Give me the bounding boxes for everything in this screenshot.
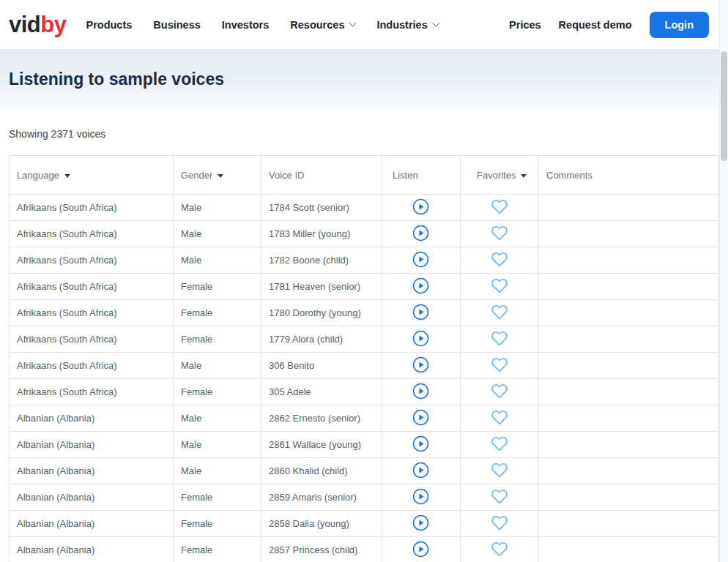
table-row: Afrikaans (South Africa)Female1781 Heave… <box>10 274 718 300</box>
play-circle-icon <box>412 514 429 533</box>
table-row: Albanian (Albania)Female2858 Dalia (youn… <box>10 511 718 537</box>
voice-id-cell: 1779 Alora (child) <box>261 326 382 353</box>
scrollbar-thumb[interactable] <box>721 51 727 161</box>
comment-cell <box>539 300 718 326</box>
play-button[interactable] <box>412 514 429 533</box>
nav-right: Prices Request demo Login <box>509 12 709 38</box>
comment-cell <box>539 353 718 379</box>
gender-cell: Male <box>174 221 261 247</box>
voices-table: Language Gender Voice ID Listen Favorite… <box>9 155 718 562</box>
listen-cell <box>382 326 461 353</box>
col-header-label: Gender <box>181 170 212 181</box>
language-cell: Albanian (Albania) <box>10 405 174 432</box>
favorite-heart-button[interactable] <box>490 356 509 375</box>
favorite-heart-button[interactable] <box>490 462 509 481</box>
favorite-heart-button[interactable] <box>490 304 509 323</box>
favorite-heart-button[interactable] <box>490 409 509 428</box>
col-header-language[interactable]: Language <box>10 156 174 195</box>
table-row: Albanian (Albania)Female2859 Amaris (sen… <box>10 484 718 511</box>
heart-outline-icon <box>490 304 509 323</box>
play-button[interactable] <box>412 356 429 375</box>
play-button[interactable] <box>412 225 429 244</box>
nav-item-resources[interactable]: Resources <box>290 19 355 31</box>
favorite-heart-button[interactable] <box>490 488 509 507</box>
sort-desc-arrow-icon <box>521 174 527 178</box>
play-button[interactable] <box>412 383 429 402</box>
table-row: Afrikaans (South Africa)Female1779 Alora… <box>10 326 718 353</box>
main-nav: Products Business Investors Resources In… <box>86 19 438 31</box>
comment-cell <box>539 458 718 484</box>
nav-item-industries[interactable]: Industries <box>376 19 438 31</box>
favorites-cell <box>461 458 539 484</box>
nav-item-products[interactable]: Products <box>86 19 132 31</box>
play-circle-icon <box>412 277 429 296</box>
voice-id-cell: 2858 Dalia (young) <box>261 511 382 537</box>
nav-item-business[interactable]: Business <box>153 19 200 31</box>
heart-outline-icon <box>490 251 509 270</box>
gender-cell: Male <box>174 353 261 379</box>
listen-cell <box>382 300 461 326</box>
gender-cell: Male <box>174 432 261 458</box>
favorites-cell <box>461 511 539 537</box>
language-cell: Albanian (Albania) <box>10 537 174 562</box>
table-row: Afrikaans (South Africa)Male1782 Boone (… <box>10 247 718 274</box>
heart-outline-icon <box>490 330 509 349</box>
comment-cell <box>539 195 718 221</box>
chevron-down-icon <box>349 20 357 27</box>
table-row: Albanian (Albania)Female2857 Princess (c… <box>10 537 718 562</box>
play-button[interactable] <box>412 409 429 428</box>
sort-desc-arrow-icon <box>64 174 70 178</box>
favorite-heart-button[interactable] <box>490 225 509 244</box>
scrollbar[interactable] <box>719 0 728 562</box>
table-row: Albanian (Albania)Male2861 Wallace (youn… <box>10 432 718 458</box>
heart-outline-icon <box>490 356 509 375</box>
gender-cell: Male <box>174 458 261 484</box>
play-button[interactable] <box>412 304 429 323</box>
table-row: Afrikaans (South Africa)Male306 Benito <box>10 353 718 379</box>
play-button[interactable] <box>412 198 429 217</box>
favorite-heart-button[interactable] <box>490 251 509 270</box>
play-circle-icon <box>412 330 429 349</box>
language-cell: Afrikaans (South Africa) <box>10 353 174 379</box>
play-button[interactable] <box>412 541 429 560</box>
language-cell: Albanian (Albania) <box>10 484 174 511</box>
play-button[interactable] <box>412 251 429 270</box>
favorite-heart-button[interactable] <box>490 435 509 454</box>
col-header-gender[interactable]: Gender <box>174 156 261 195</box>
favorite-heart-button[interactable] <box>490 514 509 533</box>
play-button[interactable] <box>412 277 429 296</box>
play-circle-icon <box>412 409 429 428</box>
play-button[interactable] <box>412 435 429 454</box>
voice-id-cell: 2859 Amaris (senior) <box>261 484 382 511</box>
language-cell: Afrikaans (South Africa) <box>10 247 174 274</box>
favorite-heart-button[interactable] <box>490 330 509 349</box>
favorites-cell <box>461 484 539 511</box>
favorites-cell <box>461 537 539 562</box>
nav-item-prices[interactable]: Prices <box>509 19 541 31</box>
col-header-favorites[interactable]: Favorites <box>461 156 539 195</box>
favorites-cell <box>461 379 539 405</box>
favorite-heart-button[interactable] <box>490 198 509 217</box>
voice-id-cell: 2861 Wallace (young) <box>261 432 382 458</box>
voice-id-cell: 1781 Heaven (senior) <box>261 274 382 300</box>
play-button[interactable] <box>412 462 429 481</box>
play-button[interactable] <box>412 488 429 507</box>
favorite-heart-button[interactable] <box>490 383 509 402</box>
favorite-heart-button[interactable] <box>490 541 509 560</box>
favorite-heart-button[interactable] <box>490 277 509 296</box>
login-button[interactable]: Login <box>650 12 709 38</box>
vidby-logo[interactable]: vidby <box>9 13 66 36</box>
voice-id-cell: 2860 Khalid (child) <box>261 458 382 484</box>
play-circle-icon <box>412 304 429 323</box>
table-row: Albanian (Albania)Male2860 Khalid (child… <box>10 458 718 484</box>
listen-cell <box>382 405 461 432</box>
nav-item-request-demo[interactable]: Request demo <box>559 19 632 31</box>
favorites-cell <box>461 274 539 300</box>
col-header-label: Language <box>17 170 59 181</box>
gender-cell: Female <box>174 274 261 300</box>
play-button[interactable] <box>412 330 429 349</box>
nav-item-investors[interactable]: Investors <box>222 19 269 31</box>
logo-text-vid: vid <box>9 12 40 37</box>
language-cell: Afrikaans (South Africa) <box>10 195 174 221</box>
nav-item-label: Business <box>153 19 200 31</box>
